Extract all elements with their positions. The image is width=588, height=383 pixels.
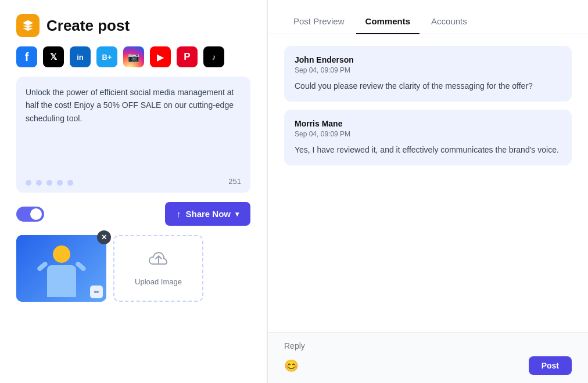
page-title: Create post: [46, 17, 130, 35]
facebook-icon[interactable]: f: [16, 46, 37, 67]
post-text-content[interactable]: Unlock the power of efficient social med…: [26, 86, 241, 125]
edit-image-button[interactable]: ✏: [90, 286, 103, 298]
comments-area: John Enderson Sep 04, 09:09 PM Could you…: [268, 34, 588, 332]
tiktok-icon[interactable]: ♪: [203, 46, 224, 67]
social-icons-row: f 𝕏 in B+ 📷 ▶ P ♪: [16, 46, 250, 67]
toggle-knob: [30, 208, 42, 220]
post-text-area: Unlock the power of efficient social med…: [16, 77, 250, 193]
share-icon: ↑: [177, 209, 181, 219]
youtube-icon[interactable]: ▶: [150, 46, 171, 67]
reply-box: 😊 Post: [268, 332, 588, 383]
upload-label: Upload Image: [135, 277, 182, 286]
remove-image-button[interactable]: ✕: [97, 230, 111, 244]
share-now-button[interactable]: ↑ Share Now ▾: [165, 202, 250, 226]
actions-row: ↑ Share Now ▾: [16, 202, 250, 226]
dot-5: [67, 180, 73, 186]
comment-time-2: Sep 04, 09:09 PM: [295, 130, 561, 138]
tab-comments[interactable]: Comments: [356, 9, 420, 34]
pinterest-icon[interactable]: P: [177, 46, 198, 67]
char-count: 251: [228, 177, 241, 186]
logo-icon: [16, 14, 40, 37]
reply-input[interactable]: [284, 341, 572, 351]
comment-text-1: Could you please review the clarity of t…: [295, 80, 561, 92]
upload-cloud-icon: [148, 251, 169, 273]
comment-card-2: Morris Mane Sep 04, 09:09 PM Yes, I have…: [284, 110, 572, 165]
twitter-icon[interactable]: 𝕏: [43, 46, 64, 67]
image-thumbnail: ✕ ✏: [16, 235, 106, 302]
header: Create post: [16, 14, 250, 37]
chevron-down-icon: ▾: [235, 210, 239, 218]
upload-image-box[interactable]: Upload Image: [113, 235, 203, 302]
comment-card-1: John Enderson Sep 04, 09:09 PM Could you…: [284, 46, 572, 102]
emoji-button[interactable]: 😊: [284, 359, 299, 373]
left-panel: Create post f 𝕏 in B+ 📷 ▶ P ♪ Unlock the…: [0, 0, 267, 383]
dot-3: [46, 180, 52, 186]
instagram-icon[interactable]: 📷: [123, 46, 144, 67]
linkedin-icon[interactable]: in: [70, 46, 91, 67]
comment-author-2: Morris Mane: [295, 119, 561, 128]
reply-footer: 😊 Post: [284, 356, 572, 375]
buffer-icon[interactable]: B+: [96, 46, 117, 67]
dot-2: [36, 180, 42, 186]
tab-post-preview[interactable]: Post Preview: [284, 9, 354, 34]
share-label: Share Now: [185, 209, 231, 219]
post-reply-button[interactable]: Post: [529, 356, 572, 375]
dots-row: [26, 180, 73, 186]
right-panel: Post Preview Comments Accounts John Ende…: [268, 0, 588, 383]
toggle-switch[interactable]: [16, 207, 44, 222]
comment-time-1: Sep 04, 09:09 PM: [295, 66, 561, 74]
dot-4: [57, 180, 63, 186]
dot-1: [26, 180, 31, 186]
tab-accounts[interactable]: Accounts: [422, 9, 476, 34]
images-row: ✕ ✏ Upload Image: [16, 235, 250, 302]
comment-text-2: Yes, I have reviewed it, and it effectiv…: [295, 144, 561, 156]
tabs-row: Post Preview Comments Accounts: [268, 0, 588, 34]
comment-author-1: John Enderson: [295, 55, 561, 64]
